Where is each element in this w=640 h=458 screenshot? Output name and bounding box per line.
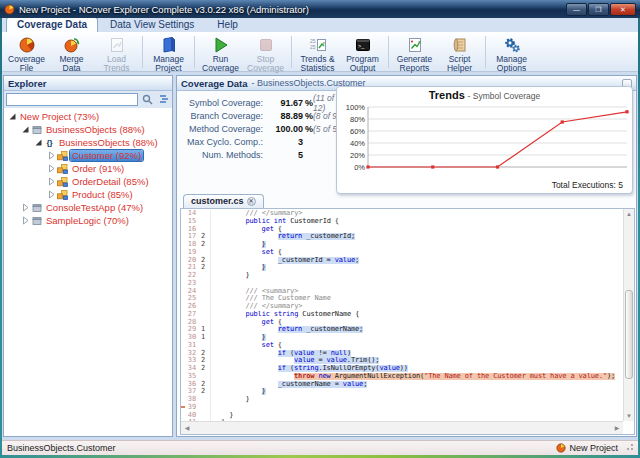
search-input[interactable]: [6, 93, 138, 106]
scroll-right-icon[interactable]: ▶: [611, 422, 623, 434]
visit-count: [196, 311, 210, 319]
covered-code: _customerId = value;: [278, 257, 359, 264]
resize-grip[interactable]: [625, 444, 633, 452]
maximize-button[interactable]: ❐: [588, 3, 609, 16]
code-line: 342if (string.IsNullOrEmpty(value)): [181, 365, 623, 373]
svg-text:80%: 80%: [350, 115, 365, 124]
scroll-up-icon[interactable]: ▲: [624, 209, 634, 219]
visit-count: [196, 210, 210, 218]
expanded-arrow-icon[interactable]: [8, 112, 17, 121]
coverage-header-title: Coverage Data: [181, 78, 248, 89]
tab-coverage-data[interactable]: Coverage Data: [6, 17, 98, 32]
collapsed-arrow-icon[interactable]: [21, 216, 30, 225]
script-helper-button[interactable]: ScriptHelper: [437, 34, 482, 70]
visit-count: [196, 412, 210, 420]
run-coverage-button[interactable]: RunCoverage: [198, 34, 243, 70]
code-line: 28get {: [181, 319, 623, 327]
explorer-search-row: [4, 91, 172, 108]
stat-value: 88.89: [263, 111, 303, 121]
code-line: 38}: [181, 396, 623, 404]
title-bar[interactable]: New Project - NCover Explorer Complete v…: [0, 0, 640, 18]
tree-item-customer-92[interactable]: Customer (92%): [4, 149, 172, 162]
scroll-down-icon[interactable]: ▼: [624, 411, 634, 421]
chart-plot: 0%20%40%60%80%100%: [338, 103, 631, 179]
stat-value: 100.00: [263, 124, 303, 134]
search-icon[interactable]: [140, 93, 154, 106]
editor-tab-row: customer.cs ✕: [180, 193, 635, 208]
tree-item-businessobjects-88[interactable]: {}BusinessObjects (88%): [4, 136, 172, 149]
tree-collapse-icon[interactable]: [156, 93, 170, 106]
code-line: 16get {: [181, 226, 623, 234]
code-line: 40}: [181, 412, 623, 420]
code-line: 26/// </summary>: [181, 303, 623, 311]
tab-help[interactable]: Help: [206, 17, 249, 32]
close-button[interactable]: ✕: [610, 3, 636, 16]
namespace-icon: {}: [44, 138, 55, 148]
collapsed-arrow-icon[interactable]: [47, 151, 56, 160]
code-line: 332value = value.Trim();: [181, 357, 623, 365]
explorer-header: Explorer: [4, 76, 172, 91]
tree-item-new-project-73[interactable]: New Project (73%): [4, 110, 172, 123]
merge-data-button[interactable]: MergeData: [49, 34, 94, 70]
trends-statistics-button[interactable]: 2525Trends &Statistics: [295, 34, 340, 70]
tree-item-samplelogic-70[interactable]: SampleLogic (70%): [4, 214, 172, 227]
collapsed-arrow-icon[interactable]: [47, 190, 56, 199]
explorer-panel: Explorer New Project (73%)BusinessObject…: [3, 75, 173, 437]
visit-count: [196, 404, 210, 412]
tree-item-order-91[interactable]: Order (91%): [4, 162, 172, 175]
code-line: 172return _customerId;: [181, 233, 623, 241]
uncovered-line-marker: [181, 406, 185, 408]
tree-item-label: Product (85%): [70, 189, 135, 200]
tree-item-orderdetail-85[interactable]: OrderDetail (85%): [4, 175, 172, 188]
run-coverage-icon: [212, 36, 230, 54]
chart-title: Trends - Symbol Coverage: [338, 89, 631, 103]
manage-options-button[interactable]: ManageOptions: [489, 34, 534, 70]
covered-code: }: [262, 241, 266, 248]
stop-coverage-icon: [257, 36, 275, 54]
class-icon: [57, 164, 68, 174]
stat-row: Num. Methods:5: [179, 148, 347, 161]
code-line: 322if (value != null): [181, 350, 623, 358]
class-icon: [57, 177, 68, 187]
scroll-left-icon[interactable]: ◀: [181, 422, 193, 434]
visit-count: [196, 280, 210, 288]
tab-close-icon[interactable]: ✕: [247, 197, 256, 206]
tab-data-view-settings[interactable]: Data View Settings: [99, 17, 205, 32]
program-output-icon: >_: [354, 36, 372, 54]
collapsed-arrow-icon[interactable]: [21, 203, 30, 212]
merge-data-icon: [63, 36, 81, 54]
expanded-arrow-icon[interactable]: [21, 125, 30, 134]
covered-code: }: [262, 334, 266, 341]
code-line: 212}: [181, 264, 623, 272]
horizontal-scrollbar[interactable]: ◀ ▶: [181, 421, 623, 434]
vertical-scrollbar[interactable]: ▲ ▼: [623, 209, 634, 421]
status-bar: BusinessObjects.Customer New Project: [2, 440, 638, 455]
coverage-file-button[interactable]: CoverageFile: [4, 34, 49, 70]
trends-statistics-icon: 2525: [309, 36, 327, 54]
covered-code: return _customerName;: [278, 326, 363, 333]
tree-item-businessobjects-88[interactable]: BusinessObjects (88%): [4, 123, 172, 136]
visit-count: 2: [196, 264, 210, 272]
code-view[interactable]: 14/// </summary>15public int CustomerId …: [180, 208, 635, 435]
manage-project-button[interactable]: ManageProject: [146, 34, 191, 70]
code-line: 372}: [181, 388, 623, 396]
script-helper-icon: [451, 36, 469, 54]
minimize-button[interactable]: —: [566, 3, 587, 16]
vertical-scroll-thumb[interactable]: [625, 290, 633, 379]
coverage-data-panel: Coverage Data - BusinessObjects.Customer…: [176, 75, 637, 437]
expanded-arrow-icon[interactable]: [34, 138, 43, 147]
tree-item-consoletestapp-47[interactable]: ConsoleTestApp (47%): [4, 201, 172, 214]
generate-reports-button[interactable]: GenerateReports: [392, 34, 437, 70]
editor-tab-customer-cs[interactable]: customer.cs ✕: [183, 194, 264, 208]
collapsed-arrow-icon[interactable]: [47, 164, 56, 173]
stat-value: 3: [263, 137, 303, 147]
code-line: 301}: [181, 334, 623, 342]
visit-count: 2: [196, 388, 210, 396]
collapsed-arrow-icon[interactable]: [47, 177, 56, 186]
code-line: 27public string CustomerName {: [181, 311, 623, 319]
app-window: New Project - NCover Explorer Complete v…: [0, 0, 640, 458]
visit-count: [196, 396, 210, 404]
program-output-button[interactable]: >_ProgramOutput: [340, 34, 385, 70]
tree-item-product-85[interactable]: Product (85%): [4, 188, 172, 201]
status-left-text: BusinessObjects.Customer: [7, 443, 116, 453]
